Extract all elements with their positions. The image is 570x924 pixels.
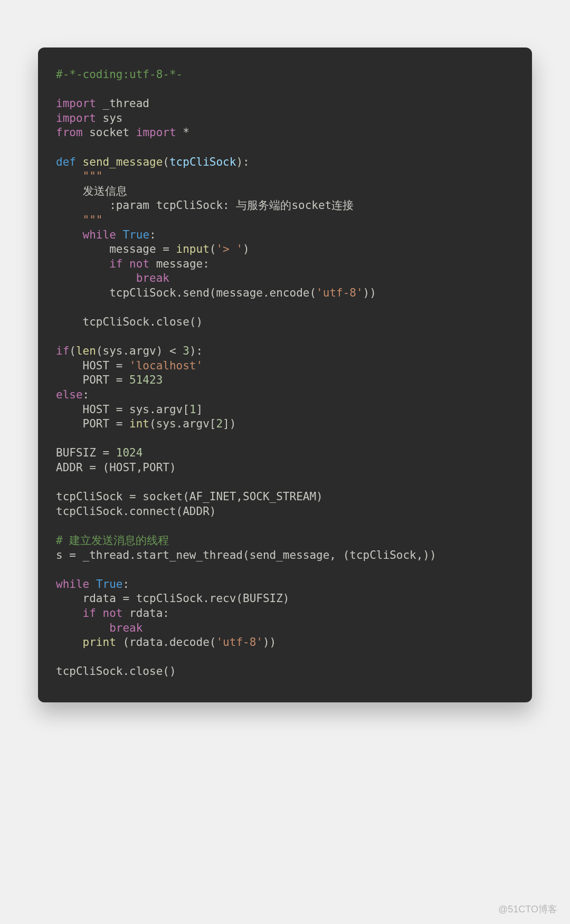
code-line: def send_message(tcpCliSock): [56, 156, 250, 168]
watermark-text: @51CTO博客 [498, 903, 557, 916]
code-line: message = input('> ') [56, 243, 250, 255]
code-line: else: [56, 388, 89, 401]
code-line: PORT = int(sys.argv[2]) [56, 417, 236, 430]
code-line: s = _thread.start_new_thread(send_messag… [56, 549, 436, 561]
code-line: rdata = tcpCliSock.recv(BUFSIZ) [56, 592, 290, 605]
code-line: if(len(sys.argv) < 3): [56, 345, 203, 357]
code-line: if not rdata: [56, 607, 169, 620]
code-line: PORT = 51423 [56, 374, 163, 386]
code-line: # 建立发送消息的线程 [56, 534, 169, 547]
code-line: tcpCliSock.connect(ADDR) [56, 505, 216, 518]
code-line: tcpCliSock.close() [56, 316, 203, 328]
code-line: #-*-coding:utf-8-*- [56, 68, 183, 81]
code-line: break [56, 272, 169, 284]
code-line: tcpCliSock.send(message.encode('utf-8')) [56, 287, 376, 299]
code-line: 发送信息 [56, 185, 127, 197]
code-line: tcpCliSock = socket(AF_INET,SOCK_STREAM) [56, 490, 323, 503]
code-line: BUFSIZ = 1024 [56, 446, 142, 459]
code-line: :param tcpCliSock: 与服务端的socket连接 [56, 199, 354, 212]
code-line: HOST = 'localhost' [56, 359, 203, 372]
code-line: import sys [56, 112, 122, 125]
code-line: """ [56, 214, 103, 226]
code-line: while True: [56, 228, 156, 241]
code-line: tcpCliSock.close() [56, 665, 176, 678]
code-line: HOST = sys.argv[1] [56, 403, 203, 416]
code-line: break [56, 622, 142, 634]
code-line: ADDR = (HOST,PORT) [56, 461, 176, 474]
code-line: from socket import * [56, 126, 189, 139]
code-line: import _thread [56, 97, 149, 110]
code-line: print (rdata.decode('utf-8')) [56, 636, 276, 649]
code-content: #-*-coding:utf-8-*- import _thread impor… [56, 68, 514, 679]
code-line: """ [56, 170, 103, 183]
code-block: #-*-coding:utf-8-*- import _thread impor… [38, 47, 532, 702]
code-line: if not message: [56, 258, 210, 270]
code-line: while True: [56, 578, 129, 590]
